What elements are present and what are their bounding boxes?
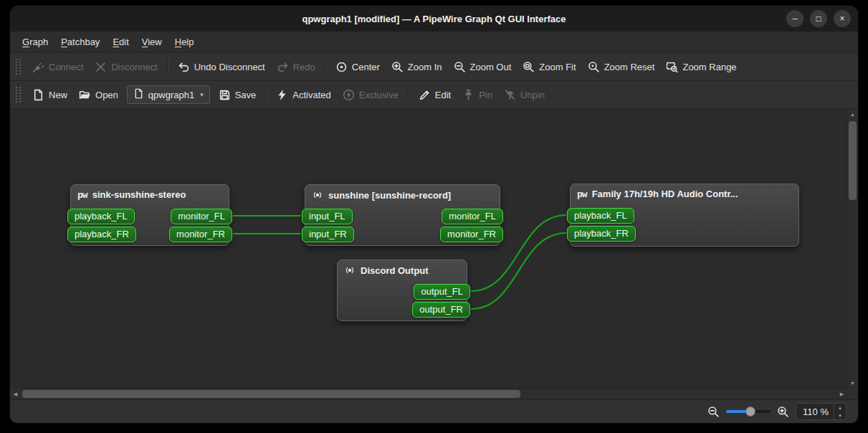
port-monitor-fl[interactable]: monitor_FL [442,209,503,224]
horizontal-scroll-thumb[interactable] [22,390,520,398]
menu-edit[interactable]: Edit [106,34,135,50]
port-playback-fr[interactable]: playback_FR [567,226,636,242]
vertical-scrollbar[interactable]: ▲ ▼ [846,109,858,389]
zoom-fit-button[interactable]: Zoom Fit [517,58,581,76]
port-playback-fr[interactable]: playback_FR [67,227,136,242]
toolbar-file: NewOpenqpwgraph1▾SaveActivatedExclusiveE… [10,81,858,109]
zoom-reset-button[interactable]: Zoom Reset [582,58,661,76]
zoom-spin-up-icon[interactable]: ▲ [834,404,846,411]
port-playback-fl[interactable]: playback_FL [567,208,634,224]
statusbar: 110 % ▲ ▼ [10,399,858,423]
zoom-fit-label: Zoom Fit [539,62,576,72]
chevron-down-icon: ▾ [200,91,204,98]
scroll-right-arrow-icon[interactable]: ▶ [836,389,847,399]
activated-label: Activated [292,90,330,100]
node-discord-output[interactable]: Discord Outputoutput_FLoutput_FR [337,260,467,321]
zoom-fit-icon [523,61,535,73]
menu-graph[interactable]: Graph [16,34,54,50]
port-input-fl[interactable]: input_FL [302,209,353,224]
zoom-slider[interactable] [726,410,771,413]
unpin-button[interactable]: Unpin [498,86,550,104]
port-monitor-fl[interactable]: monitor_FL [171,209,232,224]
open-button[interactable]: Open [73,86,124,104]
vertical-scroll-thumb[interactable] [849,121,857,200]
zoom-spin-down-icon[interactable]: ▼ [834,411,846,419]
exclusive-button[interactable]: Exclusive [337,86,404,104]
port-output-fl[interactable]: output_FL [414,284,470,300]
pipewire-icon: pw [77,189,87,200]
scroll-left-arrow-icon[interactable]: ◀ [10,389,21,399]
port-monitor-fr[interactable]: monitor_FR [440,227,503,242]
port-playback-fl[interactable]: playback_FL [67,209,135,224]
zoom-out-icon [454,61,466,73]
close-button[interactable]: × [834,10,851,27]
node-family-17h-19h-hd-audio-contr[interactable]: pwFamily 17h/19h HD Audio Contr...playba… [570,184,799,247]
pin-button[interactable]: Pin [457,86,498,104]
horizontal-scrollbar[interactable]: ◀ ▶ [10,388,847,399]
graph-canvas[interactable]: pwsink-sunshine-stereoplayback_FLplaybac… [10,109,847,389]
vertical-scroll-track[interactable] [847,120,858,378]
record-icon [344,265,356,276]
toolbar-separator [167,59,168,75]
zoom-out-label: Zoom Out [470,62,512,72]
zoom-out-button[interactable]: Zoom Out [448,58,518,76]
save-label: Save [235,90,257,100]
zoom-spin-buttons: ▲ ▼ [834,404,846,419]
menu-patchbay[interactable]: Patchbay [54,34,106,50]
scrollbar-corner [847,389,858,399]
zoom-value: 110 % [803,406,829,417]
center-label: Center [352,62,380,72]
zoom-in-label: Zoom In [408,62,442,72]
port-output-fr[interactable]: output_FR [412,302,470,318]
zoom-range-icon [666,61,678,73]
titlebar[interactable]: qpwgraph1 [modified] — A PipeWire Graph … [10,6,858,32]
redo-button[interactable]: Redo [271,58,321,76]
exclusive-label: Exclusive [359,90,399,100]
zoom-out-status-icon[interactable] [707,406,720,418]
horizontal-scroll-track[interactable] [21,389,836,399]
zoom-in-button[interactable]: Zoom In [386,58,448,76]
close-icon: × [839,14,844,23]
zoom-in-icon [391,61,404,73]
activated-button[interactable]: Activated [270,86,336,104]
patchbay-combobox[interactable]: qpwgraph1▾ [127,85,210,104]
scroll-down-arrow-icon[interactable]: ▼ [847,378,858,389]
undo-disconnect-button[interactable]: Undo Disconnect [172,58,271,76]
zoom-reset-icon [588,61,600,73]
edit-label: Edit [435,90,451,100]
port-monitor-fr[interactable]: monitor_FR [169,227,232,242]
node-title: sink-sunshine-stereo [92,189,186,200]
save-button[interactable]: Save [213,86,262,104]
toolbar-handle[interactable] [16,87,21,103]
menubar: GraphPatchbayEditViewHelp [10,32,858,53]
toolbar-separator [325,59,326,75]
menu-help[interactable]: Help [168,34,201,50]
minimize-icon: – [793,14,798,23]
zoom-slider-handle[interactable] [745,406,755,417]
maximize-button[interactable]: □ [810,10,827,27]
zoom-spinbox[interactable]: 110 % ▲ ▼ [796,403,846,420]
port-input-fr[interactable]: input_FR [302,227,354,242]
zoom-in-status-icon[interactable] [777,406,789,418]
pin-label: Pin [479,90,492,100]
node-title: Family 17h/19h HD Audio Contr... [592,189,738,199]
toolbar-separator [265,87,267,103]
node-sunshine-sunshine-record[interactable]: sunshine [sunshine-record]input_FLinput_… [305,184,500,246]
zoom-range-button[interactable]: Zoom Range [660,58,742,76]
edit-button[interactable]: Edit [413,86,457,104]
node-title: Discord Output [361,265,429,276]
new-label: New [49,90,67,100]
node-sink-sunshine-stereo[interactable]: pwsink-sunshine-stereoplayback_FLplaybac… [70,184,229,246]
disconnect-button[interactable]: Disconnect [89,58,163,76]
menu-view[interactable]: View [135,34,168,50]
minimize-button[interactable]: – [786,10,803,27]
toolbar-handle[interactable] [16,59,21,75]
scroll-up-arrow-icon[interactable]: ▲ [847,109,858,120]
connect-button[interactable]: Connect [27,58,89,76]
activated-icon [276,89,288,101]
app-window: qpwgraph1 [modified] — A PipeWire Graph … [10,6,858,423]
unpin-icon [504,89,516,101]
center-button[interactable]: Center [330,58,386,76]
redo-icon [277,61,289,73]
new-button[interactable]: New [27,86,73,104]
